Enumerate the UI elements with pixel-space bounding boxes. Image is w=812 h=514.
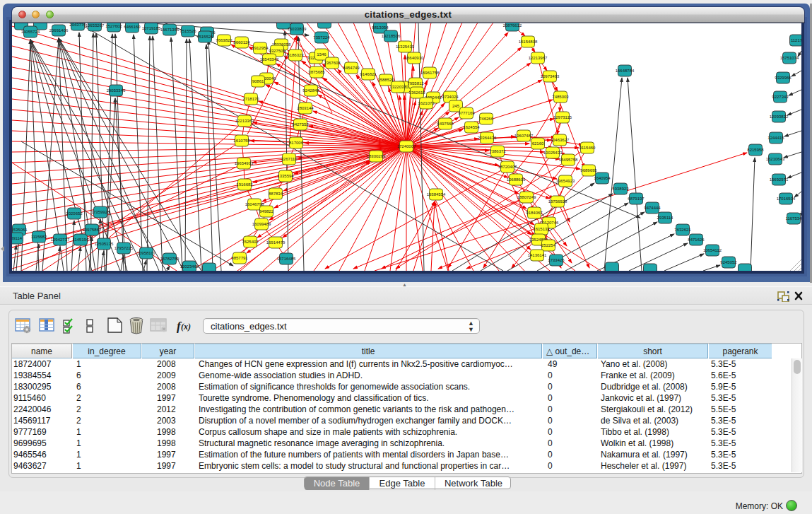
svg-text:(x): (x) <box>181 322 191 332</box>
